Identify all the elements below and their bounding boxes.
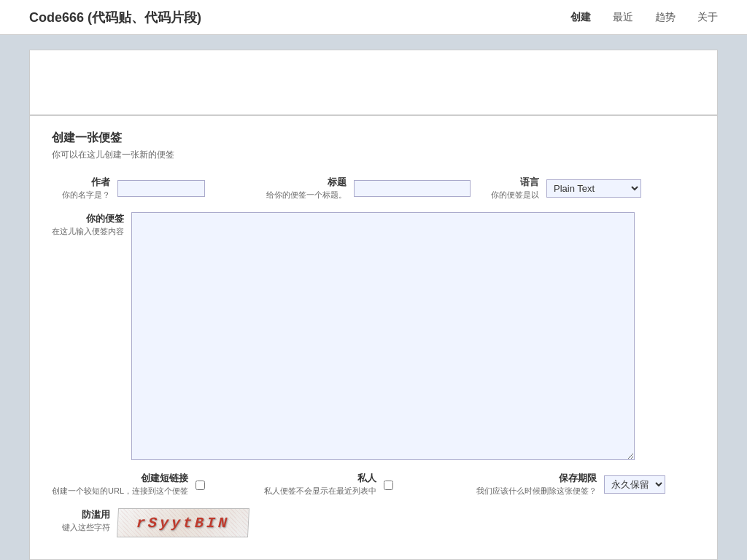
author-input[interactable]: [117, 180, 205, 197]
short-url-label: 创建短链接: [52, 472, 188, 485]
site-title: Code666 (代码贴、代码片段): [29, 9, 570, 26]
subject-label: 标题: [266, 176, 347, 189]
form-subtitle: 你可以在这儿创建一张新的便签: [52, 149, 695, 161]
language-select[interactable]: Plain Text C C++ Java Python JavaScript …: [546, 179, 641, 198]
options-row: 创建短链接 创建一个较短的URL，连接到这个便签 私人 私人便签不会显示在最近列…: [52, 472, 695, 497]
private-group: 私人 私人便签不会显示在最近列表中: [264, 472, 476, 497]
short-url-group: 创建短链接 创建一个较短的URL，连接到这个便签: [52, 472, 264, 497]
author-hint: 你的名字是？: [62, 190, 110, 199]
ad-banner: [29, 50, 718, 115]
subject-hint: 给你的便签一个标题。: [266, 190, 347, 199]
captcha-row: 防滥用 键入这些字符 rSyytBIN: [52, 508, 695, 537]
language-label: 语言: [481, 176, 539, 189]
top-fields-row: 作者 你的名字是？ 标题 给你的便签一个标题。 语言 你的便签是以: [52, 176, 695, 201]
main-wrapper: 创建一张便签 你可以在这儿创建一张新的便签 作者 你的名字是？ 标题 给你的便签…: [0, 35, 747, 560]
paste-row: 你的便签 在这儿输入便签内容: [52, 212, 695, 460]
short-url-checkbox[interactable]: [196, 481, 205, 490]
private-label: 私人: [264, 472, 376, 485]
short-url-hint: 创建一个较短的URL，连接到这个便签: [52, 486, 188, 495]
expiry-col: 保存期限 我们应该什么时候删除这张便签？ 永久保留 1小时 1天 1周 1个月 …: [476, 472, 695, 497]
paste-textarea[interactable]: [131, 212, 635, 460]
nav-about[interactable]: 关于: [697, 11, 718, 24]
private-col: 私人 私人便签不会显示在最近列表中: [264, 472, 476, 497]
captcha-image: rSyytBIN: [117, 508, 249, 537]
expiry-hint: 我们应该什么时候删除这张便签？: [476, 486, 597, 495]
language-group: 语言 你的便签是以 Plain Text C C++ Java Python J…: [481, 176, 695, 201]
author-group: 作者 你的名字是？: [52, 176, 266, 201]
private-checkbox[interactable]: [384, 481, 393, 490]
expiry-label: 保存期限: [476, 472, 597, 485]
form-container: 创建一张便签 你可以在这儿创建一张新的便签 作者 你的名字是？ 标题 给你的便签…: [29, 115, 718, 560]
paste-hint: 在这儿输入便签内容: [52, 227, 124, 236]
header: Code666 (代码贴、代码片段) 创建 最近 趋势 关于: [0, 0, 747, 35]
expiry-group: 保存期限 我们应该什么时候删除这张便签？ 永久保留 1小时 1天 1周 1个月 …: [476, 472, 695, 497]
author-label: 作者: [52, 176, 110, 189]
language-hint: 你的便签是以: [491, 190, 539, 199]
private-hint: 私人便签不会显示在最近列表中: [264, 486, 376, 495]
subject-group: 标题 给你的便签一个标题。: [266, 176, 481, 201]
subject-input[interactable]: [354, 180, 471, 197]
captcha-hint: 键入这些字符: [62, 523, 110, 532]
expiry-select[interactable]: 永久保留 1小时 1天 1周 1个月 1年: [604, 475, 665, 494]
short-url-col: 创建短链接 创建一个较短的URL，连接到这个便签: [52, 472, 264, 497]
nav-recent[interactable]: 最近: [613, 11, 633, 24]
form-title: 创建一张便签: [52, 131, 695, 146]
main-nav: 创建 最近 趋势 关于: [570, 11, 718, 24]
nav-create[interactable]: 创建: [570, 11, 591, 24]
paste-label: 你的便签: [52, 212, 124, 225]
captcha-label: 防滥用: [52, 508, 110, 521]
nav-trend[interactable]: 趋势: [655, 11, 676, 24]
captcha-text: rSyytBIN: [136, 515, 230, 532]
